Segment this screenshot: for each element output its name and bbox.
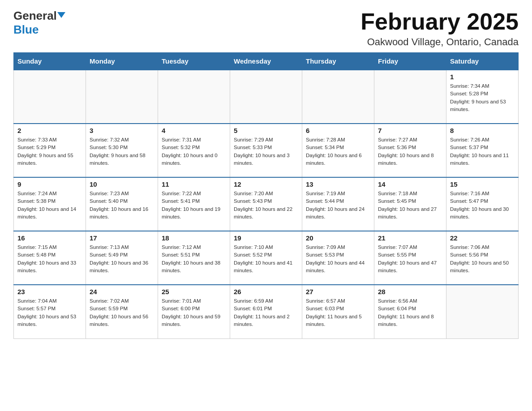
calendar-cell: 11Sunrise: 7:22 AM Sunset: 5:41 PM Dayli…: [158, 177, 230, 231]
day-info: Sunrise: 7:28 AM Sunset: 5:34 PM Dayligh…: [306, 136, 370, 167]
day-number: 19: [234, 234, 298, 242]
week-row-1: 1Sunrise: 7:34 AM Sunset: 5:28 PM Daylig…: [14, 70, 519, 124]
logo-triangle-icon: [57, 12, 65, 18]
location-title: Oakwood Village, Ontario, Canada: [360, 36, 519, 48]
calendar-cell: [158, 70, 230, 124]
day-info: Sunrise: 7:18 AM Sunset: 5:45 PM Dayligh…: [378, 190, 442, 221]
calendar-cell: 7Sunrise: 7:27 AM Sunset: 5:36 PM Daylig…: [374, 124, 446, 177]
day-info: Sunrise: 7:31 AM Sunset: 5:32 PM Dayligh…: [162, 136, 226, 167]
month-title: February 2025: [360, 9, 519, 34]
calendar-cell: 5Sunrise: 7:29 AM Sunset: 5:33 PM Daylig…: [230, 124, 302, 177]
day-info: Sunrise: 7:19 AM Sunset: 5:44 PM Dayligh…: [306, 190, 370, 221]
day-info: Sunrise: 7:23 AM Sunset: 5:40 PM Dayligh…: [90, 190, 154, 221]
day-number: 8: [450, 127, 515, 134]
calendar-cell: 14Sunrise: 7:18 AM Sunset: 5:45 PM Dayli…: [374, 177, 446, 231]
calendar-header-row: SundayMondayTuesdayWednesdayThursdayFrid…: [14, 53, 519, 70]
day-number: 21: [378, 234, 442, 242]
calendar-cell: 10Sunrise: 7:23 AM Sunset: 5:40 PM Dayli…: [86, 177, 158, 231]
week-row-3: 9Sunrise: 7:24 AM Sunset: 5:38 PM Daylig…: [14, 177, 519, 231]
day-info: Sunrise: 7:15 AM Sunset: 5:48 PM Dayligh…: [17, 244, 82, 274]
day-number: 2: [17, 127, 82, 134]
calendar-cell: 16Sunrise: 7:15 AM Sunset: 5:48 PM Dayli…: [14, 231, 86, 285]
day-number: 1: [450, 73, 515, 81]
day-number: 20: [306, 234, 370, 242]
calendar-cell: [446, 285, 519, 338]
calendar-table: SundayMondayTuesdayWednesdayThursdayFrid…: [13, 52, 519, 339]
day-info: Sunrise: 7:26 AM Sunset: 5:37 PM Dayligh…: [450, 136, 515, 167]
day-info: Sunrise: 7:01 AM Sunset: 6:00 PM Dayligh…: [162, 297, 226, 328]
day-number: 4: [162, 127, 226, 134]
weekday-header-wednesday: Wednesday: [230, 53, 302, 70]
calendar-cell: [230, 70, 302, 124]
day-info: Sunrise: 7:20 AM Sunset: 5:43 PM Dayligh…: [234, 190, 298, 221]
day-number: 11: [162, 180, 226, 188]
calendar-cell: 20Sunrise: 7:09 AM Sunset: 5:53 PM Dayli…: [302, 231, 374, 285]
calendar-cell: 21Sunrise: 7:07 AM Sunset: 5:55 PM Dayli…: [374, 231, 446, 285]
day-info: Sunrise: 6:59 AM Sunset: 6:01 PM Dayligh…: [234, 297, 298, 328]
day-info: Sunrise: 7:10 AM Sunset: 5:52 PM Dayligh…: [234, 244, 298, 274]
day-number: 24: [90, 288, 154, 295]
weekday-header-sunday: Sunday: [14, 53, 86, 70]
calendar-cell: 24Sunrise: 7:02 AM Sunset: 5:59 PM Dayli…: [86, 285, 158, 338]
calendar-cell: 25Sunrise: 7:01 AM Sunset: 6:00 PM Dayli…: [158, 285, 230, 338]
day-number: 12: [234, 180, 298, 188]
logo: General Blue: [13, 9, 65, 37]
day-info: Sunrise: 7:12 AM Sunset: 5:51 PM Dayligh…: [162, 244, 226, 274]
calendar-cell: 15Sunrise: 7:16 AM Sunset: 5:47 PM Dayli…: [446, 177, 519, 231]
week-row-2: 2Sunrise: 7:33 AM Sunset: 5:29 PM Daylig…: [14, 124, 519, 177]
day-info: Sunrise: 7:06 AM Sunset: 5:56 PM Dayligh…: [450, 244, 515, 274]
day-number: 7: [378, 127, 442, 134]
day-number: 16: [17, 234, 82, 242]
day-number: 15: [450, 180, 515, 188]
calendar-cell: [374, 70, 446, 124]
calendar-cell: 17Sunrise: 7:13 AM Sunset: 5:49 PM Dayli…: [86, 231, 158, 285]
day-info: Sunrise: 7:16 AM Sunset: 5:47 PM Dayligh…: [450, 190, 515, 221]
day-info: Sunrise: 7:32 AM Sunset: 5:30 PM Dayligh…: [90, 136, 154, 167]
day-info: Sunrise: 7:07 AM Sunset: 5:55 PM Dayligh…: [378, 244, 442, 274]
logo-blue-text: Blue: [13, 23, 39, 36]
day-info: Sunrise: 7:29 AM Sunset: 5:33 PM Dayligh…: [234, 136, 298, 167]
weekday-header-monday: Monday: [86, 53, 158, 70]
calendar-cell: [14, 70, 86, 124]
day-number: 23: [17, 288, 82, 295]
day-number: 26: [234, 288, 298, 295]
calendar-cell: 12Sunrise: 7:20 AM Sunset: 5:43 PM Dayli…: [230, 177, 302, 231]
weekday-header-friday: Friday: [374, 53, 446, 70]
day-number: 17: [90, 234, 154, 242]
day-number: 28: [378, 288, 442, 295]
day-number: 14: [378, 180, 442, 188]
day-number: 25: [162, 288, 226, 295]
calendar-cell: 27Sunrise: 6:57 AM Sunset: 6:03 PM Dayli…: [302, 285, 374, 338]
weekday-header-thursday: Thursday: [302, 53, 374, 70]
day-number: 18: [162, 234, 226, 242]
day-info: Sunrise: 7:27 AM Sunset: 5:36 PM Dayligh…: [378, 136, 442, 167]
calendar-cell: 4Sunrise: 7:31 AM Sunset: 5:32 PM Daylig…: [158, 124, 230, 177]
calendar-cell: 3Sunrise: 7:32 AM Sunset: 5:30 PM Daylig…: [86, 124, 158, 177]
week-row-4: 16Sunrise: 7:15 AM Sunset: 5:48 PM Dayli…: [14, 231, 519, 285]
day-number: 3: [90, 127, 154, 134]
day-number: 10: [90, 180, 154, 188]
day-number: 27: [306, 288, 370, 295]
calendar-cell: 19Sunrise: 7:10 AM Sunset: 5:52 PM Dayli…: [230, 231, 302, 285]
calendar-cell: 23Sunrise: 7:04 AM Sunset: 5:57 PM Dayli…: [14, 285, 86, 338]
calendar-cell: 18Sunrise: 7:12 AM Sunset: 5:51 PM Dayli…: [158, 231, 230, 285]
title-block: February 2025 Oakwood Village, Ontario, …: [360, 9, 519, 48]
calendar-cell: 13Sunrise: 7:19 AM Sunset: 5:44 PM Dayli…: [302, 177, 374, 231]
day-info: Sunrise: 7:02 AM Sunset: 5:59 PM Dayligh…: [90, 297, 154, 328]
calendar-cell: 6Sunrise: 7:28 AM Sunset: 5:34 PM Daylig…: [302, 124, 374, 177]
calendar-cell: [86, 70, 158, 124]
day-info: Sunrise: 7:09 AM Sunset: 5:53 PM Dayligh…: [306, 244, 370, 274]
day-number: 13: [306, 180, 370, 188]
day-info: Sunrise: 7:34 AM Sunset: 5:28 PM Dayligh…: [450, 82, 515, 113]
calendar-cell: 1Sunrise: 7:34 AM Sunset: 5:28 PM Daylig…: [446, 70, 519, 124]
calendar-cell: 26Sunrise: 6:59 AM Sunset: 6:01 PM Dayli…: [230, 285, 302, 338]
calendar-cell: 28Sunrise: 6:56 AM Sunset: 6:04 PM Dayli…: [374, 285, 446, 338]
calendar-cell: 2Sunrise: 7:33 AM Sunset: 5:29 PM Daylig…: [14, 124, 86, 177]
day-info: Sunrise: 7:33 AM Sunset: 5:29 PM Dayligh…: [17, 136, 82, 167]
weekday-header-tuesday: Tuesday: [158, 53, 230, 70]
day-info: Sunrise: 7:24 AM Sunset: 5:38 PM Dayligh…: [17, 190, 82, 221]
calendar-cell: [302, 70, 374, 124]
day-number: 6: [306, 127, 370, 134]
calendar-cell: 9Sunrise: 7:24 AM Sunset: 5:38 PM Daylig…: [14, 177, 86, 231]
weekday-header-saturday: Saturday: [446, 53, 519, 70]
